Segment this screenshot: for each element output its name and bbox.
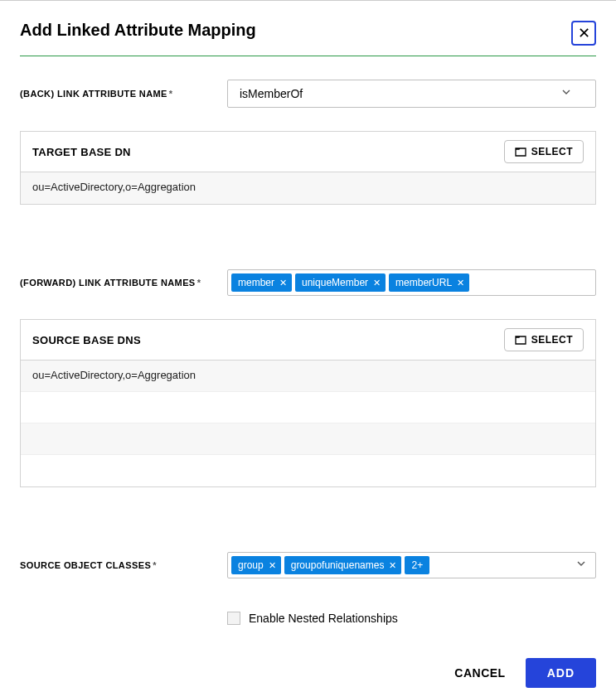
back-link-value: isMemberOf bbox=[240, 87, 303, 100]
forward-link-tags[interactable]: member✕ uniqueMember✕ memberURL✕ bbox=[227, 269, 596, 296]
chevron-down-icon bbox=[562, 90, 570, 98]
remove-icon[interactable]: ✕ bbox=[373, 278, 381, 288]
target-base-dn-panel: TARGET BASE DN SELECT ou=ActiveDirectory… bbox=[20, 131, 596, 205]
close-icon: ✕ bbox=[578, 26, 590, 41]
source-object-classes-select[interactable]: group✕ groupofuniquenames✕ 2+ bbox=[227, 552, 596, 578]
target-select-button[interactable]: SELECT bbox=[504, 140, 584, 163]
back-link-label: (BACK) LINK ATTRIBUTE NAME* bbox=[20, 89, 227, 99]
remove-icon[interactable]: ✕ bbox=[457, 278, 464, 288]
tag-groupofuniquenames[interactable]: groupofuniquenames✕ bbox=[284, 556, 402, 574]
source-base-dns-body: ou=ActiveDirectory,o=Aggregation bbox=[21, 361, 595, 486]
table-row bbox=[21, 392, 595, 423]
target-base-dn-body: ou=ActiveDirectory,o=Aggregation bbox=[21, 172, 595, 204]
tag-more[interactable]: 2+ bbox=[405, 556, 429, 574]
back-link-select[interactable]: isMemberOf bbox=[227, 80, 596, 108]
table-row bbox=[21, 455, 595, 486]
folder-icon bbox=[515, 147, 526, 157]
remove-icon[interactable]: ✕ bbox=[269, 560, 276, 571]
table-row bbox=[21, 423, 595, 455]
enable-nested-label: Enable Nested Relationships bbox=[249, 612, 398, 625]
forward-link-label: (FORWARD) LINK ATTRIBUTE NAMES* bbox=[20, 278, 227, 288]
table-row: ou=ActiveDirectory,o=Aggregation bbox=[21, 361, 595, 392]
source-base-dns-title: SOURCE BASE DNS bbox=[32, 334, 141, 346]
enable-nested-checkbox[interactable] bbox=[227, 612, 240, 625]
chevron-down-icon bbox=[577, 561, 585, 569]
tag-uniquemember[interactable]: uniqueMember✕ bbox=[295, 273, 386, 292]
source-select-button[interactable]: SELECT bbox=[504, 328, 584, 351]
tag-group[interactable]: group✕ bbox=[231, 556, 281, 574]
table-row: ou=ActiveDirectory,o=Aggregation bbox=[21, 172, 595, 204]
remove-icon[interactable]: ✕ bbox=[279, 278, 287, 288]
source-base-dns-panel: SOURCE BASE DNS SELECT ou=ActiveDirector… bbox=[20, 319, 596, 487]
remove-icon[interactable]: ✕ bbox=[389, 560, 396, 571]
folder-icon bbox=[515, 335, 526, 345]
tag-memberurl[interactable]: memberURL✕ bbox=[389, 273, 469, 292]
source-object-classes-label: SOURCE OBJECT CLASSES* bbox=[20, 560, 227, 570]
divider bbox=[20, 56, 596, 56]
cancel-button[interactable]: CANCEL bbox=[451, 658, 508, 688]
modal-title: Add Linked Attribute Mapping bbox=[20, 21, 256, 40]
target-base-dn-title: TARGET BASE DN bbox=[32, 146, 131, 158]
tag-member[interactable]: member✕ bbox=[231, 273, 292, 292]
close-button[interactable]: ✕ bbox=[571, 21, 596, 46]
add-button[interactable]: ADD bbox=[526, 658, 596, 688]
